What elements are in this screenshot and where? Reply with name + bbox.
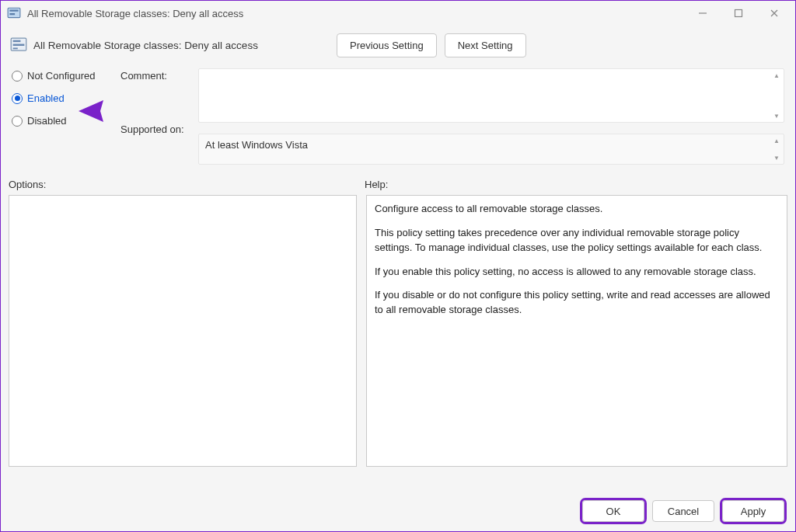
window-controls — [685, 2, 792, 25]
window-title: All Removable Storage classes: Deny all … — [27, 8, 685, 19]
maximize-button[interactable] — [721, 2, 756, 25]
comment-scroll-up-icon[interactable]: ▲ — [771, 71, 782, 80]
help-paragraph: If you enable this policy setting, no ac… — [375, 265, 779, 280]
close-button[interactable] — [756, 2, 792, 25]
help-paragraph: Configure access to all removable storag… — [375, 202, 779, 217]
svg-rect-4 — [735, 10, 742, 17]
supported-on-value: At least Windows Vista — [205, 139, 308, 151]
help-pane[interactable]: Configure access to all removable storag… — [366, 195, 787, 467]
policy-setting-icon — [10, 37, 27, 54]
previous-setting-button[interactable]: Previous Setting — [337, 33, 437, 57]
minimize-button[interactable] — [685, 2, 721, 25]
cancel-button[interactable]: Cancel — [652, 500, 714, 522]
apply-button[interactable]: Apply — [722, 500, 784, 522]
ok-button[interactable]: OK — [582, 500, 644, 522]
radio-enabled-label: Enabled — [27, 92, 65, 104]
svg-rect-10 — [13, 47, 18, 49]
svg-rect-1 — [9, 10, 18, 12]
supported-on-label: Supported on: — [120, 123, 195, 135]
radio-not-configured[interactable]: Not Configured — [12, 70, 117, 82]
policy-window-icon — [7, 6, 21, 20]
help-paragraph: This policy setting takes precedence ove… — [375, 226, 779, 256]
comment-label: Comment: — [120, 70, 195, 82]
options-pane[interactable] — [9, 195, 357, 467]
radio-disabled-indicator — [12, 116, 23, 127]
radio-not-configured-label: Not Configured — [27, 70, 95, 82]
field-values-column: ▲ ▼ At least Windows Vista ▲ ▼ — [198, 64, 784, 165]
nav-buttons: Previous Setting Next Setting — [337, 33, 526, 57]
title-bar: All Removable Storage classes: Deny all … — [1, 1, 795, 26]
field-labels-column: Comment: Supported on: — [120, 64, 195, 135]
comment-textarea[interactable]: ▲ ▼ — [198, 68, 784, 123]
supported-scroll-up-icon[interactable]: ▲ — [771, 136, 782, 145]
svg-rect-0 — [8, 8, 20, 17]
radio-disabled[interactable]: Disabled — [12, 115, 117, 127]
policy-name: All Removable Storage classes: Deny all … — [33, 40, 329, 51]
mid-labels: Options: Help: — [1, 165, 795, 195]
radio-enabled[interactable]: Enabled — [12, 92, 117, 104]
supported-on-field: At least Windows Vista ▲ ▼ — [198, 134, 784, 165]
lower-panes: Configure access to all removable storag… — [1, 195, 795, 492]
radio-enabled-indicator — [12, 93, 23, 104]
svg-rect-8 — [13, 40, 21, 41]
state-radio-group: Not Configured Enabled Disabled — [12, 64, 117, 127]
svg-rect-9 — [13, 43, 25, 45]
dialog-footer: OK Cancel Apply — [1, 492, 795, 531]
help-label: Help: — [365, 179, 784, 190]
help-paragraph: If you disable or do not configure this … — [375, 288, 779, 318]
radio-not-configured-indicator — [12, 71, 23, 82]
header-row: All Removable Storage classes: Deny all … — [1, 26, 795, 64]
comment-scroll-down-icon[interactable]: ▼ — [771, 111, 782, 120]
options-label: Options: — [9, 179, 365, 190]
supported-scroll-down-icon[interactable]: ▼ — [771, 153, 782, 162]
gpedit-policy-dialog: All Removable Storage classes: Deny all … — [0, 0, 796, 532]
svg-rect-2 — [9, 13, 15, 15]
next-setting-button[interactable]: Next Setting — [445, 33, 526, 57]
radio-disabled-label: Disabled — [27, 115, 67, 127]
upper-grid: Not Configured Enabled Disabled Comment:… — [1, 64, 795, 165]
